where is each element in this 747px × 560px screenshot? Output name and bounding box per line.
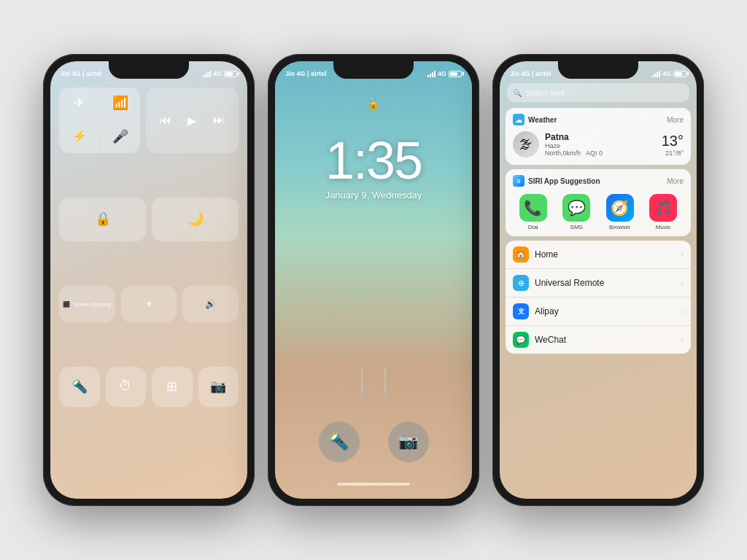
camera-btn[interactable]: 📷 (198, 367, 239, 407)
lockscreen-camera-btn[interactable]: 📷 (388, 421, 429, 462)
weather-city: Patna (545, 132, 656, 142)
siri-app-sms[interactable]: 💬 SMS (562, 194, 590, 230)
media-prev-btn[interactable]: ⏮ (160, 114, 171, 127)
control-center-grid: ✈ 📶 ⚡ 🎤 ⏮ ▶ ⏭ (59, 88, 239, 490)
dial-app-icon: 📞 (519, 194, 547, 222)
wifi-btn[interactable]: 📶 (100, 88, 140, 120)
list-item-alipay[interactable]: 支 Alipay › (506, 297, 691, 325)
music-app-label: Music (656, 224, 671, 230)
night-shift-btn[interactable]: 🌙 (152, 198, 239, 241)
list-item-wechat[interactable]: 💬 WeChat › (506, 325, 691, 354)
volume-btn[interactable]: 🔊 (182, 286, 239, 322)
dial-app-label: Dial (528, 224, 538, 230)
timer-icon: ⏱ (119, 378, 132, 394)
home-arrow-icon: › (681, 251, 684, 259)
phone1-notch (109, 61, 189, 79)
airplane-icon: ✈ (74, 95, 85, 111)
lockscreen-camera-icon: 📷 (398, 432, 418, 451)
weather-temp: 13° (662, 133, 684, 149)
cc-row-4: 🔦 ⏱ ⊞ 📷 (59, 367, 239, 407)
weather-content: 🌫 Patna Haze North,0km/h AQI 0 13° 21°/8… (506, 128, 691, 165)
flashlight-btn[interactable]: 🔦 (59, 367, 100, 407)
sms-app-icon: 💬 (562, 194, 590, 222)
screen-mirror-label: Screen Mirroring (73, 302, 111, 307)
phone1-status-right: 4G (203, 70, 237, 77)
cc-row-1: ✈ 📶 ⚡ 🎤 ⏮ ▶ ⏭ (59, 88, 239, 153)
phone3-notch (558, 61, 638, 79)
siri-apps-grid: 📞 Dial 💬 SMS 🧭 Browser 🎵 Music (506, 190, 691, 236)
brightness-btn[interactable]: ☀ (121, 286, 177, 322)
weather-more-btn[interactable]: More (667, 116, 684, 124)
siri-card-header: S SIRI App Suggestion More (506, 169, 691, 190)
weather-header-icon: ☁ (513, 114, 525, 125)
siri-header-icon: S (513, 175, 525, 187)
home-indicator[interactable] (337, 483, 410, 486)
universal-remote-icon: ⊕ (513, 275, 529, 291)
siri-suggestions-card: S SIRI App Suggestion More 📞 Dial 💬 SMS (506, 169, 691, 236)
phone2-carrier: Jio 4G | airtel (285, 70, 327, 77)
phone3-network: 4G (662, 70, 671, 77)
phone3-status-right: 4G (652, 70, 686, 77)
siri-app-music[interactable]: 🎵 Music (649, 194, 677, 230)
siri-header-label: SIRI App Suggestion (528, 177, 600, 185)
today-search-bar[interactable]: 🔍 Search here (507, 83, 689, 102)
home-app-icon: 🏠 (513, 246, 529, 262)
screen-mirror-icon: ⬛ (63, 301, 70, 308)
weather-condition-icon: 🌫 (513, 131, 539, 158)
siri-more-btn[interactable]: More (667, 177, 684, 185)
calculator-btn[interactable]: ⊞ (152, 367, 193, 407)
weather-range: 21°/8° (662, 149, 684, 157)
home-app-label: Home (535, 249, 558, 260)
media-next-btn[interactable]: ⏭ (213, 114, 225, 127)
camera-icon: 📷 (210, 378, 226, 394)
lockscreen-flashlight-icon: 🔦 (329, 432, 349, 451)
alipay-arrow-icon: › (681, 308, 684, 316)
phone1-carrier: Jio 4G | airtel (61, 70, 102, 77)
bluetooth-icon: ⚡ (72, 129, 87, 143)
media-play-btn[interactable]: ▶ (187, 114, 196, 128)
list-item-home[interactable]: 🏠 Home › (506, 241, 691, 268)
alipay-app-label: Alipay (535, 306, 559, 316)
list-item-universal-remote[interactable]: ⊕ Universal Remote › (506, 268, 691, 297)
mic-btn[interactable]: 🎤 (100, 121, 140, 154)
today-cards-container: ☁ Weather More 🌫 Patna Haze North,0km/h (506, 108, 691, 491)
calculator-icon: ⊞ (166, 378, 177, 394)
phone2-notch (333, 61, 414, 79)
cc-row-3: ⬛ Screen Mirroring ☀ 🔊 (59, 286, 239, 322)
wechat-app-icon: 💬 (513, 332, 529, 348)
phone2-network: 4G (438, 70, 446, 77)
universal-remote-label: Universal Remote (535, 278, 604, 288)
bluetooth-btn[interactable]: ⚡ (59, 121, 99, 154)
today-list-card: 🏠 Home › ⊕ Universal Remote › 支 (506, 241, 691, 354)
timer-btn[interactable]: ⏱ (106, 367, 147, 407)
volume-icon: 🔊 (205, 299, 216, 309)
lock-rotation-btn[interactable]: 🔒 (59, 198, 146, 241)
phone-3-today-view: Jio 4G | airtel 4G 🔍 Search here (492, 54, 704, 506)
sms-app-label: SMS (570, 224, 583, 230)
phone2-status-right: 4G (427, 70, 462, 77)
phone3-carrier: Jio 4G | airtel (510, 70, 551, 77)
brightness-icon: ☀ (145, 299, 153, 309)
siri-app-dial[interactable]: 📞 Dial (519, 194, 547, 230)
weather-info: Patna Haze North,0km/h AQI 0 (545, 132, 656, 157)
connectivity-group: ✈ 📶 ⚡ 🎤 (59, 88, 140, 153)
screen-mirror-btn[interactable]: ⬛ Screen Mirroring (59, 286, 115, 322)
phone2-battery (449, 71, 462, 77)
lockscreen-time-display: 1:35 January 9, Wednesday (275, 134, 472, 201)
universal-remote-arrow: › (681, 279, 684, 287)
siri-app-browser[interactable]: 🧭 Browser (606, 194, 634, 230)
moon-icon: 🌙 (187, 211, 204, 227)
weather-card-header: ☁ Weather More (506, 108, 691, 128)
cc-row-2: 🔒 🌙 (59, 198, 239, 241)
lockscreen-flashlight-btn[interactable]: 🔦 (319, 421, 360, 462)
phone3-signal (652, 71, 660, 77)
wechat-app-label: WeChat (535, 335, 566, 345)
phone-2-lock-screen: Jio 4G | airtel 4G 🔒 1:35 January 9, Wed… (268, 54, 479, 506)
browser-app-label: Browser (609, 224, 630, 230)
lock-icon: 🔒 (366, 96, 381, 110)
phone3-battery (673, 71, 686, 77)
airplane-mode-btn[interactable]: ✈ (59, 88, 99, 120)
earphone-left (361, 368, 363, 397)
weather-temp-display: 13° 21°/8° (662, 133, 684, 157)
phone1-network: 4G (213, 70, 222, 77)
